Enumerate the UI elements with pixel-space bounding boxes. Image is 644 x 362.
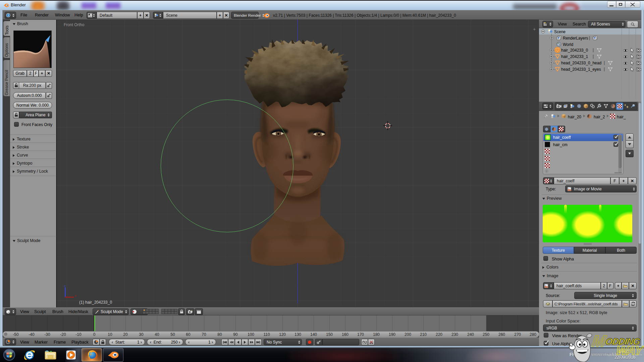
svg-text:WAY: WAY (615, 343, 644, 357)
svg-text:M: M (591, 332, 607, 350)
svg-text:x: x (75, 294, 76, 297)
svg-text:z: z (64, 285, 66, 288)
svg-text:+: + (191, 310, 192, 311)
